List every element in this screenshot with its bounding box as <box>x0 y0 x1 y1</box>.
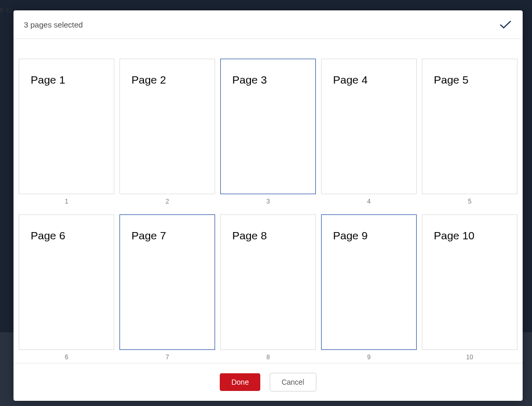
page-number-label: 6 <box>65 354 69 361</box>
page-thumbnail[interactable]: Page 10 <box>422 214 517 350</box>
page-number-label: 4 <box>367 198 371 205</box>
page-item: Page 1010 <box>422 214 517 361</box>
page-thumbnail[interactable]: Page 6 <box>19 214 114 350</box>
page-thumbnail[interactable]: Page 1 <box>19 59 114 194</box>
page-thumbnail[interactable]: Page 5 <box>422 59 517 194</box>
page-item: Page 11 <box>19 59 114 205</box>
page-item: Page 77 <box>119 214 215 361</box>
page-thumbnail[interactable]: Page 7 <box>119 214 215 350</box>
page-thumbnail[interactable]: Page 9 <box>321 214 417 350</box>
done-button[interactable]: Done <box>220 373 260 391</box>
background-app-text: F C <box>0 6 11 14</box>
page-item: Page 66 <box>19 214 114 361</box>
modal-header: 3 pages selected <box>14 10 523 39</box>
page-thumbnail[interactable]: Page 2 <box>119 59 215 194</box>
page-thumbnail-label: Page 6 <box>31 229 104 242</box>
page-item: Page 55 <box>422 59 517 205</box>
page-number-label: 7 <box>166 354 169 361</box>
page-thumbnail-label: Page 1 <box>31 74 104 86</box>
modal-footer: Done Cancel <box>14 363 523 401</box>
page-item: Page 88 <box>220 214 316 361</box>
page-thumbnail-label: Page 3 <box>232 74 306 86</box>
page-number-label: 5 <box>468 198 472 205</box>
page-thumbnail[interactable]: Page 4 <box>321 59 417 194</box>
page-thumbnail-label: Page 4 <box>333 74 407 86</box>
page-thumbnail-label: Page 8 <box>232 229 306 242</box>
page-selector-modal: 3 pages selected Page 11Page 22Page 33Pa… <box>14 10 523 401</box>
page-number-label: 1 <box>65 198 69 205</box>
page-item: Page 99 <box>321 214 417 361</box>
page-item: Page 33 <box>220 59 316 205</box>
pages-grid: Page 11Page 22Page 33Page 44Page 55Page … <box>19 59 517 361</box>
page-number-label: 9 <box>367 354 371 361</box>
page-thumbnail-label: Page 7 <box>131 229 205 242</box>
page-number-label: 2 <box>166 198 169 205</box>
page-thumbnail[interactable]: Page 8 <box>220 214 316 350</box>
page-thumbnail-label: Page 5 <box>434 74 508 86</box>
page-thumbnail-label: Page 10 <box>434 229 508 242</box>
page-thumbnail[interactable]: Page 3 <box>220 59 316 194</box>
selection-count-label: 3 pages selected <box>24 20 83 29</box>
page-item: Page 22 <box>119 59 215 205</box>
modal-body: Page 11Page 22Page 33Page 44Page 55Page … <box>14 39 523 363</box>
page-number-label: 10 <box>466 354 473 361</box>
page-number-label: 3 <box>267 198 270 205</box>
page-thumbnail-label: Page 2 <box>131 74 205 86</box>
confirm-check-icon[interactable] <box>499 18 512 31</box>
page-thumbnail-label: Page 9 <box>333 229 407 242</box>
page-item: Page 44 <box>321 59 417 205</box>
cancel-button[interactable]: Cancel <box>270 373 316 391</box>
page-number-label: 8 <box>267 354 270 361</box>
